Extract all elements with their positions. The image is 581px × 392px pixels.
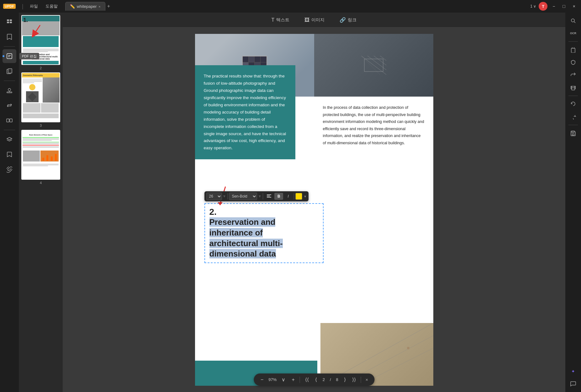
t3-bottom-lines [22, 103, 60, 113]
sep-left3 [4, 130, 15, 130]
heading-line1: Preservation and [209, 217, 276, 227]
thumbnail-page-3[interactable]: Geometric Philosophy [21, 72, 60, 127]
share-icon[interactable] [568, 69, 579, 81]
t2-teal-box [23, 36, 59, 47]
svg-rect-22 [267, 196, 270, 196]
sidebar-item-stamp[interactable] [3, 83, 16, 97]
image-label: 이미지 [311, 17, 325, 23]
step1-badge: 1. [23, 17, 28, 24]
extract-pages-icon[interactable] [568, 44, 579, 56]
image-icon: 🖼 [304, 17, 309, 23]
link-tool-btn[interactable]: 🔗 링크 [336, 15, 360, 25]
t3-right-img [43, 77, 60, 103]
nav-last-btn[interactable]: ⟩⟩ [350, 375, 358, 384]
undo-icon[interactable] [568, 98, 579, 110]
link-icon: 🔗 [340, 17, 346, 23]
font-size-select[interactable]: 26 18 24 32 [206, 193, 222, 200]
t3-body [22, 77, 60, 103]
text-color-btn[interactable] [295, 193, 302, 200]
svg-rect-4 [7, 54, 12, 59]
t4-lower-lines [22, 163, 60, 167]
sep1: | [22, 3, 24, 10]
right-sidebar: OCR ✦ [565, 13, 581, 392]
sidebar-item-pdf-edit[interactable]: PDF 편집 [3, 49, 16, 63]
r-sep-2 [568, 96, 578, 96]
search-icon[interactable] [568, 15, 579, 26]
t4-title: Basic Elements of Plane Space [29, 134, 52, 136]
t2-title: Preservation andinheritance of architect… [22, 53, 60, 60]
main-area: PDF 편집 1. [0, 13, 581, 392]
heading-text[interactable]: Preservation and inheritance of architec… [209, 217, 319, 259]
svg-rect-32 [572, 88, 575, 90]
thumb-num-2: 2 [21, 66, 60, 70]
svg-point-9 [8, 88, 11, 91]
tab-close-btn[interactable]: × [98, 5, 100, 8]
zoom-dropdown-btn[interactable]: ∨ [279, 375, 288, 384]
teal-paragraph-text: The practical results show that: through… [204, 73, 287, 152]
new-tab-btn[interactable]: + [107, 3, 110, 9]
sidebar-item-pages[interactable] [3, 64, 16, 78]
heading-line3: architectural multi- [209, 239, 283, 248]
t4-body [22, 136, 60, 149]
nav-prev-btn[interactable]: ⟨ [313, 375, 320, 384]
ocr-icon[interactable]: OCR [568, 28, 579, 39]
color-dropdown-arrow[interactable]: ▼ [304, 195, 307, 198]
heading-edit-box[interactable]: 2. Preservation and inheritance of archi… [204, 203, 324, 263]
italic-btn[interactable]: I [284, 193, 293, 200]
t3-header: Geometric Philosophy [22, 73, 60, 77]
text-icon: T [272, 17, 275, 23]
svg-rect-1 [10, 19, 12, 21]
zoom-out-btn[interactable]: − [258, 376, 266, 384]
heading-line4: dimensional data [209, 249, 276, 258]
zoom-close-btn[interactable]: × [364, 376, 370, 384]
align-btn[interactable] [264, 193, 274, 200]
sidebar-item-bookmark[interactable] [3, 30, 16, 44]
maximize-btn[interactable]: □ [560, 3, 568, 10]
svg-rect-33 [572, 134, 574, 135]
close-btn[interactable]: × [570, 3, 578, 10]
zoom-sep-2 [361, 377, 361, 383]
sidebar-item-bookmark2[interactable] [3, 148, 16, 162]
menu-help[interactable]: 도움말 [43, 2, 60, 10]
svg-point-28 [407, 347, 409, 349]
user-avatar[interactable]: T [539, 2, 547, 11]
font-name-select[interactable]: Sen-Bold Arial Times New Roman [229, 193, 257, 200]
thumbnail-page-2[interactable]: 1. Preservation andinheritance of archit… [21, 15, 60, 70]
print-icon[interactable] [568, 82, 579, 93]
svg-rect-2 [7, 22, 9, 23]
bold-btn[interactable]: B [274, 193, 283, 200]
toolbar-sep-2 [263, 193, 263, 199]
menu-file[interactable]: 파일 [27, 2, 40, 10]
thumbnail-page-4[interactable]: Basic Elements of Plane Space [21, 130, 60, 185]
pdf-img-right [314, 34, 433, 97]
page-indicator[interactable]: 1 ∨ [530, 4, 536, 8]
sidebar-item-thumbnail[interactable] [3, 15, 16, 29]
ai-icon[interactable]: ✦ [568, 366, 579, 377]
t3-title: Geometric Philosophy [23, 74, 43, 76]
protect-icon[interactable] [568, 57, 579, 68]
nav-first-btn[interactable]: ⟨⟨ [303, 375, 311, 384]
page-total: 8 [334, 377, 340, 382]
zoom-sep-1 [300, 377, 300, 383]
sidebar-item-merge[interactable] [3, 114, 16, 127]
redo-icon[interactable] [568, 111, 579, 122]
zoom-in-btn[interactable]: + [289, 376, 297, 384]
toolbar-sep-1 [227, 193, 228, 199]
text-tool-btn[interactable]: T 텍스트 [268, 15, 293, 25]
minimize-btn[interactable]: − [550, 3, 557, 10]
image-tool-btn[interactable]: 🖼 이미지 [301, 15, 328, 25]
save-icon[interactable] [568, 128, 579, 139]
chat-icon[interactable] [568, 378, 579, 389]
dropdown-arrow-size: ▼ [223, 194, 226, 199]
nav-next-btn[interactable]: ⟩ [341, 375, 348, 384]
svg-line-17 [374, 56, 386, 65]
svg-rect-31 [571, 48, 575, 53]
thumb-img-4: Basic Elements of Plane Space [22, 130, 60, 179]
text-format-toolbar: 26 18 24 32 ▼ Sen-Bold Arial Times New R… [204, 191, 309, 201]
tab-whitepaper[interactable]: ✏️ whitepaper × [65, 2, 105, 11]
sidebar-item-paperclip[interactable] [3, 163, 16, 177]
left-sidebar: PDF 편집 [0, 13, 19, 392]
sidebar-item-layers[interactable] [3, 133, 16, 146]
svg-rect-34 [572, 131, 574, 133]
sidebar-item-convert[interactable] [3, 98, 16, 112]
